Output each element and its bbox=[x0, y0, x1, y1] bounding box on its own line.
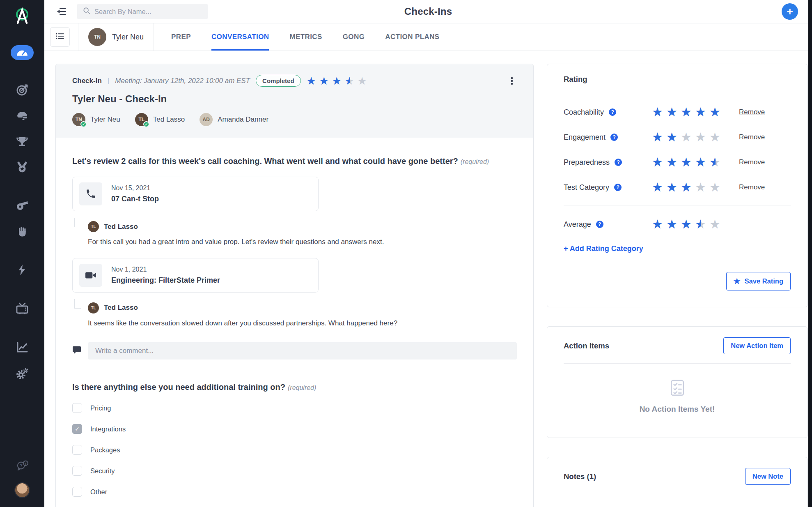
remove-rating-link[interactable]: Remove bbox=[739, 183, 765, 191]
svg-text:i: i bbox=[25, 461, 26, 466]
empty-state-text: No Action Items Yet! bbox=[640, 405, 715, 414]
call-date: Nov 1, 2021 bbox=[111, 266, 220, 273]
add-checkin-button[interactable]: + bbox=[782, 3, 798, 20]
help-icon[interactable] bbox=[596, 221, 603, 228]
rating-stars[interactable]: ★★★★★★★★★★ bbox=[652, 156, 722, 168]
meeting-datetime: Meeting: January 12th, 2022 10:00 am EST bbox=[115, 77, 250, 85]
checkin-title: Tyler Neu - Check-In bbox=[72, 93, 517, 105]
rating-category-row: Preparedness ★★★★★★★★★★ Remove bbox=[564, 156, 791, 168]
rating-category-row: Engagement ★★★★★★★ Remove bbox=[564, 131, 791, 143]
action-items-title: Action Items bbox=[564, 341, 609, 350]
checkbox-option-other[interactable]: Other bbox=[72, 487, 517, 497]
checkbox-option-security[interactable]: Security bbox=[72, 466, 517, 476]
checkbox-option-packages[interactable]: Packages bbox=[72, 445, 517, 455]
svg-text:?: ? bbox=[20, 463, 22, 468]
sidebar-item-dashboard[interactable] bbox=[11, 45, 34, 60]
star-icon: ★ bbox=[734, 277, 741, 286]
checkbox[interactable] bbox=[72, 424, 82, 434]
call-comment: TL Ted Lasso It seems like the conversat… bbox=[72, 302, 517, 329]
page-title: Check-Ins bbox=[404, 6, 452, 17]
rating-stars[interactable]: ★★★★★★★★★★ bbox=[652, 106, 722, 118]
call-card-2[interactable]: Nov 1, 2021 Engineering: FilterState Pri… bbox=[72, 258, 319, 293]
checkbox[interactable] bbox=[72, 445, 82, 455]
sidebar-item-coaching[interactable] bbox=[14, 199, 30, 211]
bolt-icon bbox=[17, 264, 27, 276]
tab-user-chip[interactable]: TN Tyler Neu bbox=[87, 23, 145, 51]
comment-text: It seems like the conversation slowed do… bbox=[88, 318, 517, 329]
call-card-1[interactable]: Nov 15, 2021 07 Can-t Stop bbox=[72, 177, 319, 211]
search-icon bbox=[83, 7, 90, 16]
remove-rating-link[interactable]: Remove bbox=[739, 158, 765, 166]
action-items-panel: Action Items New Action Item bbox=[547, 326, 807, 438]
sidebar-item-settings[interactable] bbox=[14, 367, 30, 380]
checkbox[interactable] bbox=[72, 403, 82, 413]
sidebar-item-recognition[interactable] bbox=[14, 225, 30, 237]
sidebar-item-tv[interactable] bbox=[14, 302, 30, 315]
sidebar-item-analytics[interactable] bbox=[14, 341, 30, 353]
video-icon bbox=[79, 264, 102, 287]
rating-stars[interactable]: ★★★★★★★ bbox=[652, 131, 722, 143]
checkin-card: Check-In | Meeting: January 12th, 2022 1… bbox=[55, 64, 534, 507]
tab-action-plans[interactable]: ACTION PLANS bbox=[385, 23, 439, 51]
checkin-card-header: Check-In | Meeting: January 12th, 2022 1… bbox=[56, 64, 533, 138]
app-window: ? i bbox=[0, 0, 812, 507]
write-comment-input[interactable] bbox=[88, 342, 517, 360]
checkin-type-label: Check-In bbox=[72, 77, 102, 85]
search-input[interactable] bbox=[94, 8, 202, 16]
user-avatar[interactable] bbox=[14, 482, 30, 498]
checkin-list-button[interactable] bbox=[50, 27, 70, 47]
tab-bar: TN Tyler Neu PREP CONVERSATION METRICS G… bbox=[44, 23, 812, 51]
checkbox[interactable] bbox=[72, 466, 82, 476]
checkbox[interactable] bbox=[72, 487, 82, 497]
ambition-logo bbox=[12, 7, 32, 26]
avatar: TL bbox=[88, 221, 99, 232]
attendee: TN Tyler Neu bbox=[72, 113, 120, 126]
new-action-item-button[interactable]: New Action Item bbox=[723, 337, 791, 354]
new-note-button[interactable]: New Note bbox=[745, 468, 791, 485]
required-label: (required) bbox=[461, 158, 489, 165]
sidebar-item-badges[interactable] bbox=[14, 161, 30, 173]
remove-rating-link[interactable]: Remove bbox=[739, 133, 765, 141]
avatar: TL bbox=[88, 302, 99, 313]
sidebar-item-help[interactable]: ? i bbox=[14, 459, 30, 472]
tab-conversation[interactable]: CONVERSATION bbox=[211, 23, 269, 51]
sidebar-item-team[interactable] bbox=[14, 110, 30, 122]
kebab-menu-icon[interactable] bbox=[507, 76, 517, 86]
save-rating-button[interactable]: ★ Save Rating bbox=[726, 272, 791, 290]
tab-gong[interactable]: GONG bbox=[343, 23, 365, 51]
help-icon[interactable] bbox=[615, 159, 622, 166]
status-badge: Completed bbox=[256, 75, 301, 87]
confirmed-check-icon bbox=[143, 121, 149, 127]
add-rating-category-link[interactable]: + Add Rating Category bbox=[564, 244, 791, 253]
checkbox-option-pricing[interactable]: Pricing bbox=[72, 403, 517, 413]
call-date: Nov 15, 2021 bbox=[111, 184, 159, 192]
speedometer-icon bbox=[16, 47, 28, 58]
sidebar-item-competitions[interactable] bbox=[14, 136, 30, 148]
comment-bubble-icon bbox=[72, 346, 81, 356]
collapse-sidebar-icon[interactable] bbox=[55, 5, 67, 18]
rating-stars[interactable]: ★★★★★★★★ bbox=[652, 181, 722, 194]
tab-metrics[interactable]: METRICS bbox=[289, 23, 322, 51]
hand-icon bbox=[16, 226, 28, 237]
rating-category-row: Test Category ★★★★★★★★ Remove bbox=[564, 181, 791, 194]
vertical-scrollbar[interactable] bbox=[808, 0, 812, 507]
notes-title: Notes (1) bbox=[564, 472, 596, 481]
help-icon[interactable] bbox=[614, 184, 622, 191]
phone-icon bbox=[79, 182, 102, 205]
rating-category-row: Coachability ★★★★★★★★★★ Remove bbox=[564, 106, 791, 118]
checkbox-option-integrations[interactable]: Integrations bbox=[72, 424, 517, 434]
list-icon bbox=[56, 33, 64, 41]
attendee-list: TN Tyler Neu TL Ted Lasso AD Amanda Dann… bbox=[72, 113, 517, 126]
remove-rating-link[interactable]: Remove bbox=[739, 108, 765, 116]
tab-prep[interactable]: PREP bbox=[171, 23, 191, 51]
sidebar-item-goals[interactable] bbox=[14, 84, 30, 96]
top-header: Check-Ins + bbox=[44, 0, 812, 23]
comment-text: For this call you had a great intro and … bbox=[88, 237, 517, 247]
sidebar: ? i bbox=[0, 0, 44, 507]
sidebar-item-triggers[interactable] bbox=[14, 264, 30, 276]
gears-icon bbox=[16, 367, 29, 380]
confirmed-check-icon bbox=[80, 121, 87, 127]
whistle-icon bbox=[16, 199, 29, 211]
help-icon[interactable] bbox=[609, 108, 616, 116]
help-icon[interactable] bbox=[610, 134, 618, 141]
